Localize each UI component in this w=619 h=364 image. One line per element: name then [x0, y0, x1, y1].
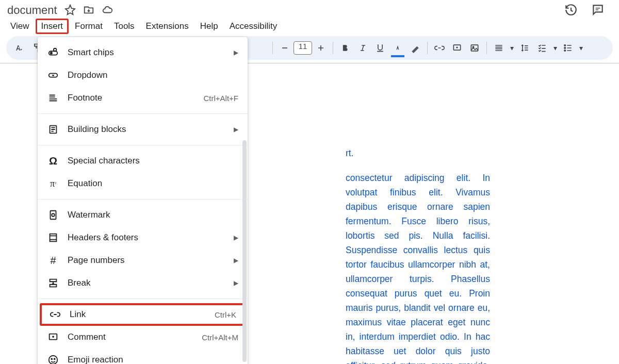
- menu-item-equation[interactable]: π² Equation: [38, 172, 248, 195]
- insert-menu-dropdown: Smart chips ▶ Dropdown Footnote Ctrl+Alt…: [38, 37, 248, 364]
- chevron-down-icon[interactable]: ▾: [552, 44, 558, 52]
- watermark-icon: [47, 209, 59, 221]
- toolbar-separator: [272, 42, 273, 54]
- emoji-icon: [47, 354, 59, 364]
- text-color-icon[interactable]: [390, 40, 405, 56]
- svg-point-4: [564, 47, 566, 49]
- menu-separator: [38, 113, 248, 114]
- menu-item-watermark[interactable]: Watermark: [38, 204, 248, 226]
- menu-separator: [38, 299, 248, 299]
- comment-icon: [47, 331, 59, 343]
- underline-icon[interactable]: [372, 40, 388, 56]
- equation-icon: π²: [47, 177, 59, 190]
- menu-item-dropdown[interactable]: Dropdown: [38, 64, 248, 87]
- checklist-icon[interactable]: [534, 40, 550, 56]
- line-spacing-icon[interactable]: [517, 40, 532, 56]
- menu-view[interactable]: View: [5, 19, 35, 34]
- menu-item-headers-footers[interactable]: Headers & footers ▶: [38, 226, 248, 249]
- menu-separator: [38, 199, 248, 200]
- menu-item-label: Break: [68, 278, 230, 288]
- menu-item-label: Building blocks: [68, 124, 230, 135]
- menu-format[interactable]: Format: [70, 19, 108, 34]
- styles-icon[interactable]: [11, 40, 27, 56]
- svg-point-16: [51, 358, 52, 359]
- menu-item-label: Comment: [68, 332, 202, 342]
- submenu-arrow-icon: ▶: [234, 49, 238, 56]
- chevron-down-icon[interactable]: ▾: [509, 44, 515, 52]
- submenu-arrow-icon: ▶: [234, 234, 238, 241]
- dropdown-icon: [47, 69, 59, 81]
- submenu-arrow-icon: ▶: [234, 257, 238, 264]
- menu-item-label: Footnote: [68, 93, 203, 103]
- svg-rect-11: [51, 211, 56, 220]
- menu-item-label: Link: [70, 309, 215, 320]
- document-title[interactable]: document: [7, 4, 57, 17]
- building-blocks-icon: [47, 123, 59, 136]
- break-icon: [47, 277, 59, 289]
- move-icon[interactable]: [83, 4, 94, 17]
- headers-footers-icon: [47, 231, 59, 244]
- submenu-arrow-icon: ▶: [234, 126, 238, 133]
- star-icon[interactable]: [64, 4, 76, 17]
- text-fragment[interactable]: rt.: [346, 146, 490, 160]
- menu-item-break[interactable]: Break ▶: [38, 272, 248, 294]
- svg-point-3: [564, 45, 566, 46]
- menu-item-emoji-reaction[interactable]: Emoji reaction: [38, 349, 248, 364]
- omega-icon: Ω: [47, 155, 59, 167]
- toolbar-separator: [427, 42, 428, 54]
- font-size-increase[interactable]: [313, 40, 329, 56]
- align-icon[interactable]: [491, 40, 507, 56]
- menu-extensions[interactable]: Extensions: [141, 19, 194, 34]
- svg-rect-13: [50, 234, 57, 242]
- italic-icon[interactable]: [355, 40, 370, 56]
- menu-item-footnote[interactable]: Footnote Ctrl+Alt+F: [38, 87, 248, 109]
- menu-item-page-numbers[interactable]: # Page numbers ▶: [38, 249, 248, 272]
- link-icon: [49, 308, 61, 321]
- svg-point-15: [49, 356, 58, 364]
- menu-item-label: Headers & footers: [68, 233, 230, 243]
- menu-accessibility[interactable]: Accessibility: [224, 19, 283, 34]
- svg-point-7: [51, 52, 52, 54]
- font-size-decrease[interactable]: [277, 40, 292, 56]
- menu-item-building-blocks[interactable]: Building blocks ▶: [38, 118, 248, 141]
- menu-item-shortcut: Ctrl+K: [215, 310, 236, 319]
- bulleted-list-icon[interactable]: [560, 40, 576, 56]
- menu-item-label: Watermark: [68, 210, 238, 220]
- comment-panel-icon[interactable]: [591, 3, 605, 18]
- submenu-arrow-icon: ▶: [234, 279, 238, 287]
- bold-icon[interactable]: [337, 40, 353, 56]
- highlight-icon[interactable]: [408, 40, 423, 56]
- font-size-input[interactable]: 11: [294, 41, 312, 55]
- menu-item-label: Dropdown: [68, 70, 238, 80]
- menu-item-label: Equation: [68, 178, 238, 189]
- menu-item-label: Emoji reaction: [68, 355, 238, 364]
- insert-comment-icon[interactable]: [449, 40, 465, 56]
- menu-item-smart-chips[interactable]: Smart chips ▶: [38, 41, 248, 64]
- svg-rect-1: [471, 45, 478, 51]
- footnote-icon: [47, 92, 59, 104]
- menu-help[interactable]: Help: [195, 19, 223, 34]
- svg-point-8: [54, 48, 57, 52]
- menu-item-shortcut: Ctrl+Alt+M: [202, 333, 238, 342]
- svg-point-5: [564, 50, 566, 52]
- menu-item-link[interactable]: Link Ctrl+K: [40, 303, 246, 326]
- menu-separator: [38, 145, 248, 145]
- history-icon[interactable]: [564, 3, 578, 18]
- title-bar: document: [0, 0, 619, 18]
- menu-item-shortcut: Ctrl+Alt+F: [203, 94, 238, 103]
- smart-chips-icon: [47, 46, 59, 59]
- dropdown-scrollbar[interactable]: [242, 140, 247, 362]
- chevron-down-icon[interactable]: ▾: [578, 44, 584, 52]
- toolbar-separator: [333, 42, 333, 54]
- menu-tools[interactable]: Tools: [109, 19, 140, 34]
- menu-item-comment[interactable]: Comment Ctrl+Alt+M: [38, 326, 248, 349]
- menu-item-label: Smart chips: [68, 47, 230, 58]
- menu-item-special-characters[interactable]: Ω Special characters: [38, 150, 248, 172]
- insert-image-icon[interactable]: [467, 40, 482, 56]
- svg-point-12: [52, 213, 55, 217]
- menu-insert[interactable]: Insert: [36, 19, 69, 34]
- menu-bar: View Insert Format Tools Extensions Help…: [0, 18, 619, 36]
- menu-item-label: Special characters: [68, 156, 238, 166]
- insert-link-icon[interactable]: [432, 40, 447, 56]
- cloud-icon[interactable]: [102, 4, 113, 17]
